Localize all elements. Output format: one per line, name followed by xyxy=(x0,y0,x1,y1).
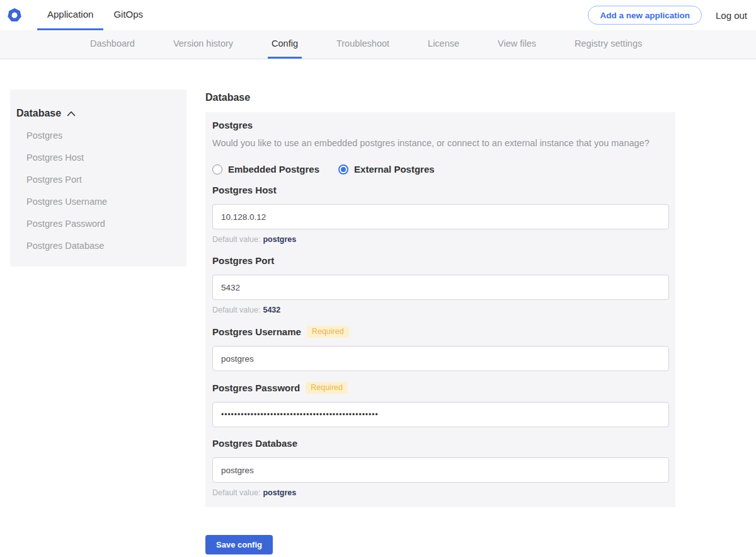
tab-application[interactable]: Application xyxy=(37,0,103,30)
postgres-username-label: Postgres Username xyxy=(212,326,301,338)
sidebar-item-postgres-database[interactable]: Postgres Database xyxy=(26,241,180,251)
subtab-license[interactable]: License xyxy=(424,30,463,59)
default-value-label: Default value: xyxy=(212,235,260,244)
sidebar-item-list: Postgres Postgres Host Postgres Port Pos… xyxy=(26,130,180,251)
field-postgres-host: Postgres Host Default value:postgres xyxy=(212,185,669,244)
external-postgres-radio-label: External Postgres xyxy=(354,164,435,175)
top-nav: Application GitOps Add a new application… xyxy=(0,0,756,30)
subtab-license-label: License xyxy=(428,38,459,49)
postgres-host-input[interactable] xyxy=(212,204,669,229)
default-value-label: Default value: xyxy=(212,488,260,497)
subtab-troubleshoot[interactable]: Troubleshoot xyxy=(333,30,393,59)
subtab-registry-settings[interactable]: Registry settings xyxy=(571,30,646,59)
postgres-port-input[interactable] xyxy=(212,275,669,300)
sidebar-group-database-label: Database xyxy=(16,108,61,119)
default-value-text: postgres xyxy=(263,235,296,244)
required-badge: Required xyxy=(306,382,348,394)
field-postgres-port: Postgres Port Default value:5432 xyxy=(212,255,669,315)
subtab-version-history-label: Version history xyxy=(173,38,233,49)
field-postgres-database: Postgres Database Default value:postgres xyxy=(212,438,669,498)
subtab-config[interactable]: Config xyxy=(268,30,302,59)
postgres-group-label: Postgres xyxy=(212,120,669,130)
subtab-dashboard[interactable]: Dashboard xyxy=(86,30,139,59)
subtab-view-files-label: View files xyxy=(498,38,536,49)
embedded-postgres-radio[interactable]: Embedded Postgres xyxy=(212,164,319,175)
postgres-mode-radio-group: Embedded Postgres External Postgres xyxy=(212,164,669,175)
radio-unchecked-icon[interactable] xyxy=(212,164,222,175)
sidebar-item-postgres-username[interactable]: Postgres Username xyxy=(26,197,180,207)
chevron-up-icon xyxy=(67,111,76,117)
postgres-host-label: Postgres Host xyxy=(212,185,277,196)
save-row: Save config xyxy=(205,535,675,554)
external-postgres-radio[interactable]: External Postgres xyxy=(338,164,435,175)
default-value-label: Default value: xyxy=(212,306,260,314)
subtab-view-files[interactable]: View files xyxy=(494,30,540,59)
radio-checked-icon[interactable] xyxy=(338,164,348,175)
default-value-text: postgres xyxy=(263,488,296,497)
postgres-port-label: Postgres Port xyxy=(212,255,274,267)
top-nav-right: Add a new application Log out xyxy=(588,0,747,30)
sidebar-item-postgres-host[interactable]: Postgres Host xyxy=(26,152,180,163)
save-config-button[interactable]: Save config xyxy=(205,535,273,554)
app-logo[interactable] xyxy=(8,0,21,30)
sidebar-group-database[interactable]: Database xyxy=(16,108,180,119)
subtab-config-label: Config xyxy=(272,38,298,49)
tab-application-label: Application xyxy=(47,9,93,20)
postgres-database-label: Postgres Database xyxy=(212,438,297,449)
config-sidebar: Database Postgres Postgres Host Postgres… xyxy=(10,89,186,267)
logout-link[interactable]: Log out xyxy=(716,10,747,21)
add-new-application-button[interactable]: Add a new application xyxy=(588,6,702,25)
default-value-text: 5432 xyxy=(263,306,280,314)
postgres-database-default: Default value:postgres xyxy=(212,488,669,498)
tab-gitops[interactable]: GitOps xyxy=(103,0,153,30)
postgres-password-input[interactable] xyxy=(212,402,669,427)
sidebar-item-postgres[interactable]: Postgres xyxy=(26,130,180,141)
config-content: Database Postgres Postgres Host Postgres… xyxy=(0,59,756,557)
postgres-database-input[interactable] xyxy=(212,457,669,483)
app-sub-nav: Dashboard Version history Config Trouble… xyxy=(0,30,756,59)
sidebar-item-postgres-password[interactable]: Postgres Password xyxy=(26,219,180,229)
page-title: Database xyxy=(205,91,675,104)
subtab-version-history[interactable]: Version history xyxy=(169,30,237,59)
subtab-registry-settings-label: Registry settings xyxy=(575,38,642,49)
postgres-group-help: Would you like to use an embedded postgr… xyxy=(212,138,669,149)
field-postgres-username: Postgres Username Required xyxy=(212,326,669,371)
postgres-username-input[interactable] xyxy=(212,346,669,371)
postgres-host-default: Default value:postgres xyxy=(212,235,669,244)
field-postgres-password: Postgres Password Required xyxy=(212,382,669,427)
tab-gitops-label: GitOps xyxy=(113,9,143,20)
subtab-dashboard-label: Dashboard xyxy=(90,38,135,49)
postgres-password-label: Postgres Password xyxy=(212,382,300,394)
config-main: Database Postgres Would you like to use … xyxy=(205,91,675,554)
required-badge: Required xyxy=(307,326,349,338)
logo-icon xyxy=(8,8,21,22)
postgres-port-default: Default value:5432 xyxy=(212,306,669,315)
subtab-troubleshoot-label: Troubleshoot xyxy=(336,38,389,49)
embedded-postgres-radio-label: Embedded Postgres xyxy=(228,164,319,175)
sidebar-item-postgres-port[interactable]: Postgres Port xyxy=(26,175,180,185)
database-config-card: Postgres Would you like to use an embedd… xyxy=(205,112,675,507)
top-tabs: Application GitOps xyxy=(37,0,153,30)
